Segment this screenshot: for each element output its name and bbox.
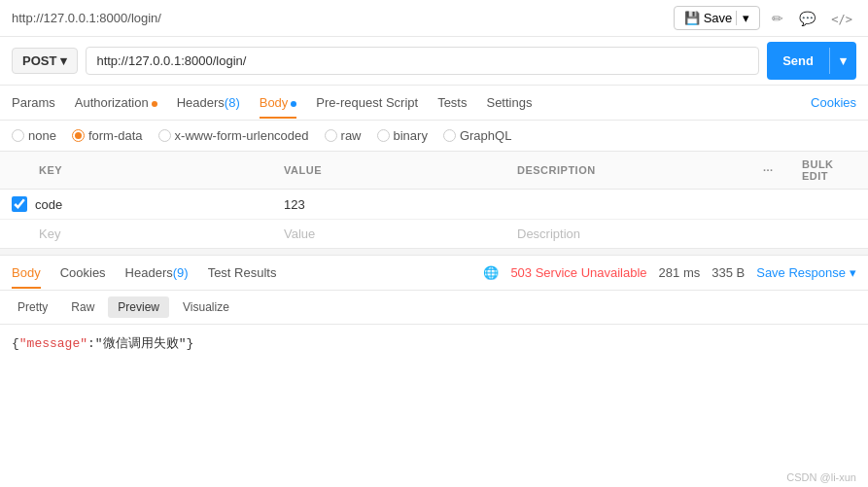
json-open-brace: { [12, 336, 19, 351]
json-value-message: "微信调用失败" [95, 336, 187, 351]
col-header-bulk-edit[interactable]: Bulk Edit [790, 152, 868, 190]
body-type-none[interactable]: none [12, 128, 56, 143]
request-bar: POST ▾ Send ▾ [0, 37, 868, 86]
col-header-description: DESCRIPTION [505, 152, 751, 190]
json-key-message: "message" [19, 336, 87, 351]
row-bulk-edit-cell [790, 190, 868, 220]
response-body: {"message":"微信调用失败"} [0, 325, 868, 362]
method-label: POST [22, 53, 56, 68]
resp-tab-cookies[interactable]: Cookies [60, 258, 106, 288]
save-response-button[interactable]: Save Response ▾ [756, 265, 856, 280]
watermark: CSDN @li-xun [786, 471, 856, 483]
placeholder-description: Description [517, 226, 580, 241]
body-type-raw[interactable]: raw [325, 128, 362, 143]
placeholder-desc-cell[interactable]: Description [505, 220, 751, 249]
top-bar-actions: 💾 Save ▾ ✏ 💬 </> [674, 6, 856, 30]
url-input[interactable] [86, 47, 759, 75]
row-more-cell [751, 190, 790, 220]
save-button[interactable]: 💾 Save ▾ [674, 6, 761, 30]
tab-prerequest[interactable]: Pre-request Script [316, 87, 418, 118]
top-bar-url: http://127.0.0.1:8000/login/ [12, 11, 161, 25]
body-type-binary-label: binary [394, 128, 428, 143]
response-status: 503 Service Unavailable [510, 265, 646, 280]
globe-icon: 🌐 [483, 265, 499, 280]
placeholder-key-cell[interactable]: Key [0, 220, 272, 249]
table-placeholder-row: Key Value Description [0, 220, 868, 249]
placeholder-key: Key [39, 226, 60, 241]
tab-authorization[interactable]: Authorization [75, 87, 157, 118]
body-type-formdata[interactable]: form-data [72, 128, 143, 143]
save-dropdown-arrow[interactable]: ▾ [736, 11, 749, 25]
edit-icon: ✏ [772, 11, 783, 26]
send-dropdown-icon[interactable]: ▾ [829, 48, 856, 74]
params-table: KEY VALUE DESCRIPTION ··· Bulk Edit code… [0, 152, 868, 248]
row-value-cell: 123 [272, 190, 505, 220]
body-type-graphql[interactable]: GraphQL [443, 128, 511, 143]
response-time: 281 ms [659, 265, 701, 280]
send-label: Send [767, 48, 829, 74]
format-tabs: Pretty Raw Preview Visualize [0, 291, 868, 325]
radio-urlencoded [158, 129, 171, 142]
comment-icon-button[interactable]: 💬 [795, 7, 819, 30]
response-size: 335 B [712, 265, 745, 280]
radio-formdata-inner [75, 132, 82, 139]
radio-graphql [443, 129, 456, 142]
resp-tab-test-results[interactable]: Test Results [208, 258, 277, 288]
col-header-more: ··· [751, 152, 790, 190]
row-description-cell [505, 190, 751, 220]
section-divider [0, 248, 868, 256]
radio-raw [325, 129, 337, 142]
radio-none [12, 129, 24, 142]
method-select[interactable]: POST ▾ [12, 48, 78, 74]
body-type-formdata-label: form-data [88, 128, 143, 143]
request-tabs: Params Authorization Headers(8) Body Pre… [0, 86, 868, 121]
body-type-urlencoded[interactable]: x-www-form-urlencoded [158, 128, 309, 143]
top-bar: http://127.0.0.1:8000/login/ 💾 Save ▾ ✏ … [0, 0, 868, 37]
row-key-cell: code [0, 190, 272, 220]
tab-headers[interactable]: Headers(8) [177, 87, 240, 118]
body-type-binary[interactable]: binary [377, 128, 428, 143]
fmt-tab-preview[interactable]: Preview [108, 296, 169, 318]
row-checkbox[interactable] [12, 196, 27, 212]
save-icon: 💾 [684, 11, 700, 25]
resp-tab-body[interactable]: Body [12, 258, 41, 288]
tab-tests[interactable]: Tests [437, 87, 467, 118]
code-icon-button[interactable]: </> [827, 7, 856, 30]
placeholder-value-cell[interactable]: Value [272, 220, 505, 249]
resp-headers-count: (9) [173, 265, 189, 280]
tab-params[interactable]: Params [12, 87, 55, 118]
body-dot [291, 101, 296, 107]
code-icon: </> [831, 13, 852, 26]
save-response-label: Save Response [756, 265, 846, 280]
row-key-value: code [35, 197, 62, 212]
row-value-value: 123 [284, 197, 305, 212]
send-button[interactable]: Send ▾ [767, 42, 856, 80]
tab-settings[interactable]: Settings [486, 87, 532, 118]
resp-tab-headers[interactable]: Headers(9) [125, 258, 189, 288]
fmt-tab-raw[interactable]: Raw [61, 296, 104, 318]
body-type-urlencoded-label: x-www-form-urlencoded [175, 128, 309, 143]
auth-dot [152, 101, 157, 107]
radio-binary [377, 129, 390, 142]
response-meta: 🌐 503 Service Unavailable 281 ms 335 B S… [483, 265, 856, 280]
body-type-selector: none form-data x-www-form-urlencoded raw… [0, 121, 868, 152]
save-response-arrow: ▾ [850, 265, 856, 280]
params-table-wrapper: KEY VALUE DESCRIPTION ··· Bulk Edit code… [0, 152, 868, 248]
json-close-brace: } [186, 336, 193, 351]
body-type-raw-label: raw [341, 128, 362, 143]
comment-icon: 💬 [799, 11, 816, 26]
table-row: code 123 [0, 190, 868, 220]
tab-body[interactable]: Body [260, 87, 297, 118]
fmt-tab-visualize[interactable]: Visualize [173, 296, 239, 318]
response-tabs: Body Cookies Headers(9) Test Results 🌐 5… [0, 256, 868, 291]
col-header-key: KEY [0, 152, 272, 190]
cookies-link[interactable]: Cookies [811, 95, 856, 110]
placeholder-value: Value [284, 226, 315, 241]
edit-icon-button[interactable]: ✏ [768, 7, 787, 30]
json-colon: : [87, 336, 95, 351]
save-label: Save [704, 11, 733, 25]
body-type-graphql-label: GraphQL [460, 128, 511, 143]
fmt-tab-pretty[interactable]: Pretty [8, 296, 57, 318]
col-header-value: VALUE [272, 152, 505, 190]
method-dropdown-icon: ▾ [60, 53, 67, 68]
